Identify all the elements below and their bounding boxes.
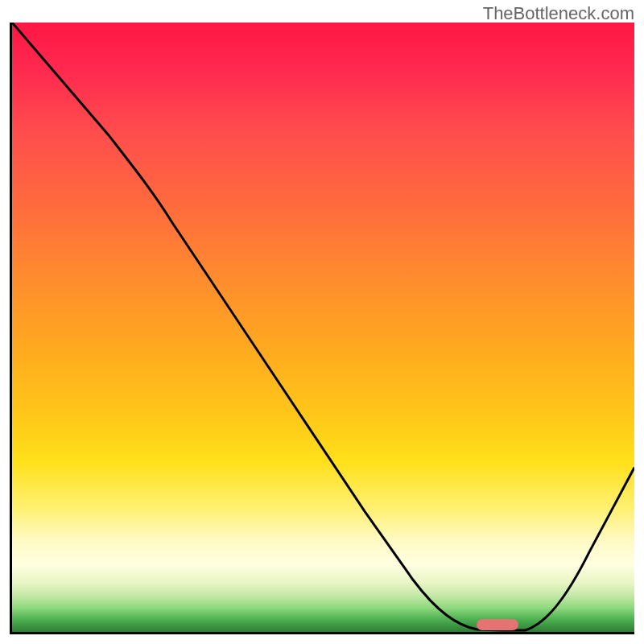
bottleneck-curve xyxy=(12,23,634,630)
chart-plot-area xyxy=(10,23,634,634)
watermark-text: TheBottleneck.com xyxy=(483,3,634,24)
chart-curve-svg xyxy=(12,23,634,632)
optimal-range-marker xyxy=(477,619,518,630)
